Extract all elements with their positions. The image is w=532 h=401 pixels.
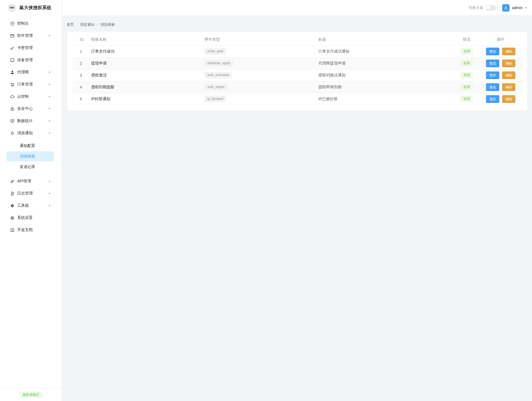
event-type-tag: withdraw_apply bbox=[204, 60, 233, 66]
sidebar-item-label: 数据统计 bbox=[17, 118, 48, 123]
sidebar-item-stats[interactable]: 数据统计 bbox=[0, 115, 62, 127]
chevron-down-icon bbox=[48, 192, 51, 195]
chevron-down-icon bbox=[48, 83, 51, 86]
edit-button[interactable]: 编辑 bbox=[502, 59, 515, 67]
edit-button[interactable]: 编辑 bbox=[502, 83, 515, 91]
template-title: 订单支付成功通知 bbox=[318, 45, 454, 57]
preview-button[interactable]: 预览 bbox=[486, 71, 499, 79]
template-name: 提现申请 bbox=[91, 57, 204, 69]
status-badge: 启用 bbox=[461, 84, 473, 90]
sidebar-item-cloud[interactable]: 云控制 bbox=[0, 90, 62, 103]
breadcrumb-separator: / bbox=[97, 23, 98, 27]
preview-button[interactable]: 预览 bbox=[486, 48, 499, 55]
app-root: 鼠大侠授权系统 控制台软件管理卡密管理设备管理代理商订单管理云控制安全中心数据统… bbox=[0, 0, 532, 401]
sidebar-subitem-notify-config[interactable]: 通知配置 bbox=[6, 141, 54, 151]
event-type-tag: ip_blocked bbox=[204, 96, 226, 102]
chevron-down-icon bbox=[48, 107, 51, 110]
sidebar-item-label: 系统设置 bbox=[17, 215, 51, 220]
cart-icon bbox=[10, 82, 15, 87]
sidebar-item-toolbox[interactable]: 工具箱 bbox=[0, 200, 62, 212]
template-name: IP封禁通知 bbox=[91, 93, 204, 105]
sidebar-item-dashboard[interactable]: 控制台 bbox=[0, 17, 62, 30]
username: admin bbox=[512, 6, 523, 10]
user-menu[interactable]: admin bbox=[497, 4, 528, 12]
toggle-knob bbox=[487, 6, 491, 10]
event-type-tag: order_paid bbox=[204, 48, 226, 55]
sidebar-item-agent[interactable]: 代理商 bbox=[0, 66, 62, 78]
col-header-name: 模板名称 bbox=[91, 34, 204, 45]
edit-button[interactable]: 编辑 bbox=[502, 48, 515, 55]
sidebar-item-log[interactable]: 日志管理 bbox=[0, 187, 62, 200]
sidebar-item-docs[interactable]: 开发文档 bbox=[0, 224, 62, 236]
status-badge: 启用 bbox=[461, 60, 473, 66]
sidebar-subitem-label: 通知配置 bbox=[20, 143, 35, 148]
status-badge: 启用 bbox=[461, 72, 473, 78]
sidebar-subitem-message-template[interactable]: 消息模板 bbox=[6, 151, 54, 161]
chevron-down-icon bbox=[48, 34, 51, 37]
chevron-down-icon bbox=[524, 6, 528, 9]
row-id: 2 bbox=[73, 57, 91, 69]
template-title: 代理商提现申请 bbox=[318, 57, 454, 69]
table-body: 1订单支付成功order_paid订单支付成功通知启用预览编辑2提现申请with… bbox=[73, 45, 522, 105]
status-badge: 启用 bbox=[461, 48, 473, 55]
sidebar-item-label: 设备管理 bbox=[17, 58, 51, 63]
sidebar-item-cardkey[interactable]: 卡密管理 bbox=[0, 42, 62, 54]
sidebar-item-settings[interactable]: 系统设置 bbox=[0, 212, 62, 224]
monitor-icon bbox=[10, 58, 15, 63]
row-actions: 预览编辑 bbox=[479, 95, 522, 103]
sidebar-subitem-send-record[interactable]: 发送记录 bbox=[6, 162, 54, 172]
edit-button[interactable]: 编辑 bbox=[502, 71, 515, 79]
template-name: 订单支付成功 bbox=[91, 45, 204, 57]
sidebar-item-notify[interactable]: 消息通知 bbox=[0, 127, 62, 139]
chevron-down-icon bbox=[48, 204, 51, 207]
sidebar-subitem-label: 消息模板 bbox=[20, 154, 35, 159]
sidebar-item-label: 控制台 bbox=[17, 21, 51, 26]
col-header-status: 状态 bbox=[454, 34, 479, 45]
sidebar-item-label: 日志管理 bbox=[17, 191, 48, 196]
sidebar-item-device[interactable]: 设备管理 bbox=[0, 54, 62, 66]
app-logo: 鼠大侠授权系统 bbox=[0, 0, 62, 16]
edit-button[interactable]: 编辑 bbox=[502, 95, 515, 103]
template-title: 授权码激活通知 bbox=[318, 69, 454, 81]
preview-button[interactable]: 预览 bbox=[486, 83, 499, 91]
sidebar-submenu-notify: 通知配置消息模板发送记录 bbox=[0, 139, 62, 175]
box-icon bbox=[10, 33, 15, 38]
row-actions: 预览编辑 bbox=[479, 83, 522, 91]
sidebar: 鼠大侠授权系统 控制台软件管理卡密管理设备管理代理商订单管理云控制安全中心数据统… bbox=[0, 0, 62, 401]
breadcrumb: 首页 / 消息通知 / 消息模板 bbox=[67, 22, 528, 27]
sidebar-item-order[interactable]: 订单管理 bbox=[0, 78, 62, 90]
lock-icon bbox=[10, 107, 15, 111]
table-row: 4授权到期提醒auth_expire授权即将到期启用预览编辑 bbox=[73, 81, 522, 93]
chevron-down-icon bbox=[48, 119, 51, 123]
chevron-down-icon bbox=[48, 180, 51, 183]
preview-button[interactable]: 预览 bbox=[486, 95, 499, 103]
template-name: 授权激活 bbox=[91, 69, 204, 81]
sidebar-item-security[interactable]: 安全中心 bbox=[0, 103, 62, 115]
tools-icon bbox=[10, 203, 15, 208]
sidebar-item-software[interactable]: 软件管理 bbox=[0, 30, 62, 42]
chevron-down-icon bbox=[48, 71, 51, 74]
user-avatar-icon bbox=[502, 4, 510, 12]
sidebar-item-label: 开发文档 bbox=[17, 227, 51, 232]
document-icon bbox=[10, 191, 15, 196]
sidebar-item-label: 安全中心 bbox=[17, 106, 48, 111]
row-id: 1 bbox=[73, 45, 91, 57]
preview-button[interactable]: 预览 bbox=[486, 59, 499, 67]
gear-icon bbox=[10, 216, 15, 220]
sidebar-item-api[interactable]: API管理 bbox=[0, 175, 62, 187]
breadcrumb-notify[interactable]: 消息通知 bbox=[80, 22, 94, 27]
row-id: 3 bbox=[73, 69, 91, 81]
chart-board-icon bbox=[10, 119, 15, 123]
main-content: 首页 / 消息通知 / 消息模板 ID 模板名称 事件类型 标题 状态 bbox=[62, 16, 532, 401]
template-table: ID 模板名称 事件类型 标题 状态 操作 1订单支付成功order_paid订… bbox=[73, 34, 522, 105]
row-id: 4 bbox=[73, 81, 91, 93]
table-row: 5IP封禁通知ip_blockedIP已被封禁启用预览编辑 bbox=[73, 93, 522, 105]
top-header: 切换主题 admin bbox=[62, 0, 532, 16]
theme-toggle-switch[interactable] bbox=[486, 5, 497, 11]
user-icon bbox=[10, 70, 15, 75]
chevron-down-icon bbox=[48, 95, 51, 98]
breadcrumb-home[interactable]: 首页 bbox=[67, 22, 74, 27]
sidebar-item-label: 订单管理 bbox=[17, 82, 48, 87]
row-actions: 预览编辑 bbox=[479, 71, 522, 79]
link-icon bbox=[10, 179, 15, 184]
